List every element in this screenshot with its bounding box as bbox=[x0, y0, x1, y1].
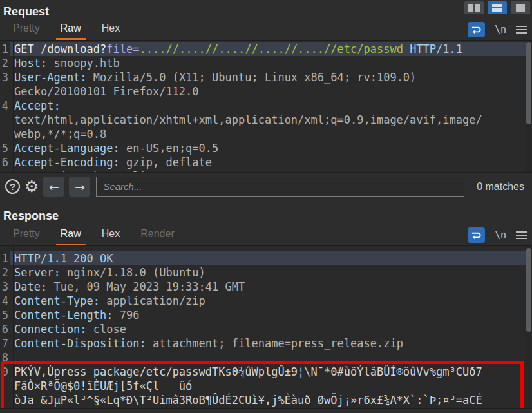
response-panel-title: Response bbox=[0, 200, 532, 225]
request-panel-title: Request bbox=[0, 0, 532, 19]
line-number: 8 bbox=[0, 351, 10, 365]
word-wrap-icon bbox=[470, 230, 482, 241]
previous-match-button[interactable]: ← bbox=[43, 177, 64, 197]
layout-split-rows-icon bbox=[492, 4, 502, 12]
word-wrap-icon bbox=[470, 24, 482, 35]
response-toolbar: \n bbox=[468, 227, 527, 244]
tab-raw[interactable]: Raw bbox=[50, 228, 91, 245]
line-number bbox=[0, 127, 10, 141]
line-number bbox=[0, 113, 10, 127]
word-wrap-toggle[interactable] bbox=[468, 22, 485, 37]
scrollbar-thumb[interactable] bbox=[526, 248, 531, 332]
request-tabbar: PrettyRawHex bbox=[0, 19, 532, 40]
request-scrollbar[interactable] bbox=[526, 41, 532, 172]
code-line: 4Accept: bbox=[0, 99, 532, 113]
code-line: Gecko/20100101 Firefox/112.0 bbox=[0, 84, 532, 99]
line-number: 4 bbox=[0, 294, 10, 308]
layout-controls bbox=[464, 1, 530, 14]
code-line: òJa &JµP«l³^§«Lq*Ð\T²Uimâ3RoB¶ÛdÉ2CUì¥,j… bbox=[0, 393, 532, 407]
line-number: 7 bbox=[0, 169, 10, 173]
show-newlines-toggle[interactable]: \n bbox=[495, 229, 506, 241]
code-line: 9PKÝV,Ùpress_package/etc/passwdTKs0¾ûWpl… bbox=[0, 365, 532, 379]
response-raw-editor[interactable]: 1HTTP/1.1 200 OK2Server: nginx/1.18.0 (U… bbox=[0, 245, 532, 409]
line-number: 5 bbox=[0, 141, 10, 155]
tab-pretty[interactable]: Pretty bbox=[3, 228, 50, 245]
line-number: 7 bbox=[0, 336, 10, 351]
line-number: 6 bbox=[0, 155, 10, 169]
line-number bbox=[0, 379, 10, 393]
layout-single-pane-button[interactable] bbox=[511, 1, 530, 14]
code-line: 3Date: Tue, 09 May 2023 19:33:41 GMT bbox=[0, 280, 532, 294]
line-number bbox=[0, 393, 10, 407]
line-number: 2 bbox=[0, 56, 10, 70]
code-line: text/html,application/xhtml+xml,applicat… bbox=[0, 113, 532, 127]
line-number: 4 bbox=[0, 99, 10, 113]
word-wrap-toggle[interactable] bbox=[468, 227, 485, 243]
line-number: 3 bbox=[0, 280, 10, 294]
code-line: webp,*/*;q=0.8 bbox=[0, 127, 532, 141]
help-icon[interactable]: ? bbox=[5, 179, 20, 194]
show-newlines-toggle[interactable]: \n bbox=[495, 24, 506, 35]
line-number: 2 bbox=[0, 265, 10, 280]
code-line: 2Server: nginx/1.18.0 (Ubuntu) bbox=[0, 265, 532, 280]
response-panel: Response PrettyRawHexRender \n 1HTTP/1.1… bbox=[0, 200, 532, 409]
menu-icon[interactable] bbox=[516, 26, 527, 34]
layout-split-rows-button[interactable] bbox=[488, 1, 507, 14]
tab-hex[interactable]: Hex bbox=[91, 23, 130, 40]
code-line: 3User-Agent: Mozilla/5.0 (X11; Ubuntu; L… bbox=[0, 70, 532, 84]
code-line: 5Accept-Language: en-US,en;q=0.5 bbox=[0, 141, 532, 155]
menu-icon[interactable] bbox=[516, 231, 527, 239]
next-match-button[interactable]: → bbox=[69, 177, 90, 197]
scrollbar-thumb[interactable] bbox=[526, 42, 531, 124]
line-number: 3 bbox=[0, 70, 10, 84]
code-line: 7Connection: keep-alive bbox=[0, 169, 532, 173]
line-number: 1 bbox=[0, 251, 10, 265]
code-line: 6Connection: close bbox=[0, 322, 532, 336]
match-count: 0 matches bbox=[477, 181, 527, 193]
code-line: 2Host: snoopy.htb bbox=[0, 56, 532, 70]
code-line: 6Accept-Encoding: gzip, deflate bbox=[0, 155, 532, 169]
response-scrollbar[interactable] bbox=[526, 246, 532, 408]
request-raw-editor[interactable]: 1GET /download?file=....//....//....//..… bbox=[0, 40, 532, 173]
code-line: FäÒ×RªÖ@$0!ïÈUÆj[5f«Çl üó bbox=[0, 379, 532, 393]
request-toolbar: \n bbox=[468, 21, 527, 38]
code-line: 8 bbox=[0, 351, 532, 365]
layout-split-columns-button[interactable] bbox=[464, 1, 484, 14]
line-number: 9 bbox=[0, 365, 10, 379]
search-bar: ? ⚙ ← → 0 matches bbox=[0, 173, 532, 200]
line-number bbox=[0, 84, 10, 99]
line-number: 6 bbox=[0, 322, 10, 336]
tab-render[interactable]: Render bbox=[130, 228, 184, 245]
search-input[interactable] bbox=[96, 177, 464, 197]
response-tabbar: PrettyRawHexRender bbox=[0, 225, 532, 245]
code-line: 4Content-Type: application/zip bbox=[0, 294, 532, 308]
layout-split-columns-icon bbox=[468, 4, 473, 12]
code-line: 1GET /download?file=....//....//....//..… bbox=[0, 42, 532, 56]
layout-single-pane-icon bbox=[516, 4, 525, 12]
tab-hex[interactable]: Hex bbox=[91, 228, 130, 245]
line-number: 5 bbox=[0, 308, 10, 322]
line-number: 1 bbox=[0, 42, 10, 56]
request-panel: Request PrettyRawHex \n 1GET /download?f… bbox=[0, 0, 532, 173]
tab-pretty[interactable]: Pretty bbox=[3, 23, 50, 40]
code-line: 7Content-Disposition: attachment; filena… bbox=[0, 336, 532, 351]
code-line: 1HTTP/1.1 200 OK bbox=[0, 251, 532, 265]
gear-icon[interactable]: ⚙ bbox=[24, 178, 39, 195]
code-line: 5Content-Length: 796 bbox=[0, 308, 532, 322]
tab-raw[interactable]: Raw bbox=[50, 23, 91, 40]
